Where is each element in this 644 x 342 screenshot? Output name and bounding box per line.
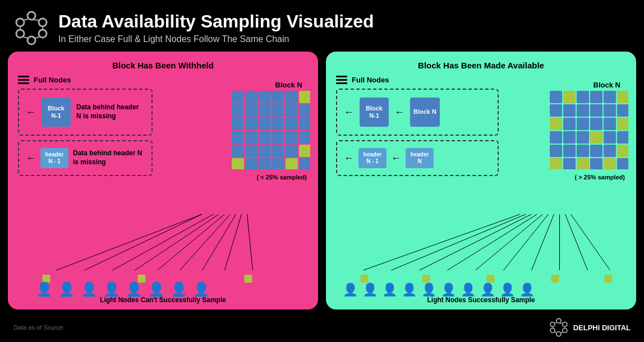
svg-rect-26	[259, 118, 271, 130]
svg-line-99	[448, 214, 537, 270]
svg-line-50	[113, 214, 214, 270]
svg-rect-47	[299, 158, 310, 169]
svg-rect-44	[259, 158, 271, 169]
svg-point-111	[556, 318, 561, 323]
svg-line-98	[420, 214, 532, 270]
header-n1-block-left: headerN - 1	[40, 148, 68, 168]
light-node-dashed-box-left: ← headerN - 1 Data behind header N is mi…	[18, 140, 153, 176]
svg-rect-29	[299, 118, 310, 130]
full-node-dashed-box-left: ← BlockN-1 Data behind header N is missi…	[18, 89, 153, 136]
svg-rect-88	[604, 145, 616, 157]
svg-rect-20	[259, 104, 271, 117]
header-n1-block-right: headerN - 1	[358, 148, 387, 168]
svg-rect-66	[550, 104, 562, 117]
svg-rect-65	[617, 91, 628, 103]
svg-rect-80	[577, 131, 589, 144]
svg-rect-30	[232, 131, 244, 144]
svg-rect-13	[245, 91, 257, 103]
header-chain-row-right: ← headerN - 1 ← headerN	[344, 147, 491, 169]
svg-rect-72	[550, 118, 562, 130]
svg-rect-63	[590, 91, 602, 103]
svg-rect-71	[617, 104, 628, 117]
svg-line-52	[158, 214, 225, 270]
network-bottom-right: 👤 👤 👤 👤 👤 👤 👤 👤 👤 👤 Light Nodes Successf…	[326, 214, 636, 304]
svg-rect-22	[286, 104, 298, 117]
svg-line-49	[85, 214, 203, 270]
main-title: Data Availability Sampling Visualized	[58, 12, 374, 31]
svg-rect-38	[259, 145, 271, 157]
svg-rect-90	[550, 158, 562, 169]
svg-line-102	[532, 214, 554, 270]
block-grid-left: // Will be drawn via JS below	[232, 91, 310, 172]
svg-rect-107	[422, 275, 430, 283]
svg-rect-17	[299, 91, 310, 103]
block-chain-row-right: ← BlockN-1 ← Block N	[344, 95, 491, 129]
svg-line-8	[35, 37, 39, 38]
logo-icon	[13, 10, 49, 46]
svg-rect-109	[551, 275, 559, 283]
svg-line-120	[554, 332, 556, 333]
svg-rect-12	[232, 91, 244, 103]
arrow-left-5: ←	[344, 152, 354, 164]
svg-rect-15	[272, 91, 284, 103]
block-grid-right	[550, 91, 628, 172]
svg-rect-36	[232, 145, 244, 157]
arrow-left-3: ←	[344, 107, 354, 118]
svg-rect-83	[617, 131, 628, 144]
delphi-brand-text: DELPHI DIGITAL	[573, 323, 631, 332]
delphi-digital-logo: DELPHI DIGITAL	[549, 317, 631, 338]
panels-row: Block Has Been Withheld Full Nodes Block…	[0, 52, 644, 315]
svg-line-97	[392, 214, 526, 270]
svg-rect-59	[245, 275, 252, 283]
light-nodes-text-right: Light Nodes Successfully Sample	[326, 296, 636, 304]
svg-rect-69	[590, 104, 602, 117]
block-n-label-right: Block N	[594, 81, 620, 89]
svg-rect-24	[232, 118, 244, 130]
svg-point-112	[562, 322, 567, 327]
svg-rect-34	[286, 131, 298, 144]
svg-rect-84	[550, 145, 562, 157]
block-n-square-right: Block N	[410, 98, 440, 127]
panel-available: Block Has Been Made Available Full Nodes…	[326, 52, 636, 309]
arrow-left-2: ←	[26, 152, 36, 164]
panel-withheld-title: Block Has Been Withheld	[18, 61, 308, 70]
sampled-label-right: ( > 25% sampled)	[574, 174, 625, 181]
svg-rect-40	[286, 145, 298, 157]
svg-rect-76	[604, 118, 616, 130]
svg-rect-87	[590, 145, 602, 157]
header-n1-row-left: ← headerN - 1 Data behind header N is mi…	[26, 147, 145, 169]
svg-line-55	[225, 214, 242, 270]
block-n-label-left: Block N	[275, 81, 302, 89]
svg-rect-32	[259, 131, 271, 144]
svg-rect-43	[245, 158, 257, 169]
svg-rect-85	[563, 145, 576, 157]
people-row-right: 👤 👤 👤 👤 👤 👤 👤 👤 👤 👤	[343, 283, 535, 297]
svg-rect-42	[232, 158, 244, 169]
svg-rect-73	[563, 118, 576, 130]
svg-rect-93	[590, 158, 602, 169]
svg-rect-82	[604, 131, 616, 144]
svg-point-1	[39, 19, 47, 26]
footer: Data as of Source: DELPHI DIGITAL	[0, 315, 644, 340]
svg-point-4	[16, 30, 24, 38]
svg-rect-18	[232, 104, 244, 117]
svg-rect-31	[245, 131, 257, 144]
svg-point-115	[550, 328, 555, 332]
sampled-label-left: ( < 25% sampled)	[256, 174, 307, 181]
svg-point-114	[556, 332, 561, 336]
full-node-dashed-box-right: ← BlockN-1 ← Block N	[336, 89, 499, 136]
svg-rect-19	[245, 104, 257, 117]
full-nodes-label-right: Full Nodes	[336, 76, 626, 84]
svg-point-0	[27, 12, 35, 20]
svg-rect-106	[361, 275, 369, 283]
svg-line-101	[504, 214, 549, 270]
block-n1-desc-left: Data behind header N is missing	[76, 103, 145, 121]
svg-rect-74	[577, 118, 589, 130]
svg-rect-39	[272, 145, 284, 157]
svg-rect-46	[286, 158, 298, 169]
svg-line-9	[24, 37, 28, 38]
svg-rect-108	[487, 275, 495, 283]
svg-rect-64	[604, 91, 616, 103]
network-bottom-left: 👤 👤 👤 👤 👤 👤 👤 👤 Light Nodes Can't Succes…	[8, 214, 318, 304]
svg-rect-27	[272, 118, 284, 130]
